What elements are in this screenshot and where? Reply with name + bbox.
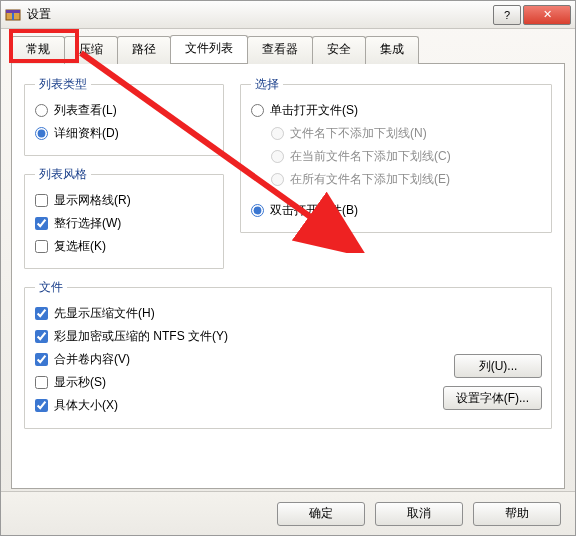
radio-underline-all: 在所有文件名下添加下划线(E) <box>271 168 541 191</box>
tab-compression[interactable]: 压缩 <box>64 36 118 64</box>
tab-general[interactable]: 常规 <box>11 36 65 64</box>
radio-double-click[interactable]: 双击打开文件(B) <box>251 199 541 222</box>
check-checkboxes[interactable]: 复选框(K) <box>35 235 213 258</box>
radio-single-click[interactable]: 单击打开文件(S) <box>251 99 541 122</box>
check-color-ntfs[interactable]: 彩显加密或压缩的 NTFS 文件(Y) <box>35 325 541 348</box>
titlebar: 设置 ? ✕ <box>1 1 575 29</box>
group-list-style-legend: 列表风格 <box>35 166 91 183</box>
tab-pane: 列表类型 列表查看(L) 详细资料(D) 列表风格 显示网格线(R) <box>11 63 565 489</box>
tab-filelist[interactable]: 文件列表 <box>170 35 248 63</box>
app-icon <box>5 7 21 23</box>
side-buttons: 列(U)... 设置字体(F)... <box>443 354 542 410</box>
help-icon: ? <box>504 9 510 21</box>
svg-rect-1 <box>6 10 20 13</box>
dialog-button-bar: 确定 取消 帮助 <box>1 491 575 535</box>
titlebar-help-button[interactable]: ? <box>493 5 521 25</box>
titlebar-close-button[interactable]: ✕ <box>523 5 571 25</box>
svg-rect-2 <box>12 13 14 20</box>
window-title: 设置 <box>27 6 51 23</box>
tab-paths[interactable]: 路径 <box>117 36 171 64</box>
group-selection: 选择 单击打开文件(S) 文件名下不添加下划线(N) 在当前文件名下添加下划线(… <box>240 76 552 233</box>
columns-button[interactable]: 列(U)... <box>454 354 542 378</box>
radio-underline-current: 在当前文件名下添加下划线(C) <box>271 145 541 168</box>
group-list-style: 列表风格 显示网格线(R) 整行选择(W) 复选框(K) <box>24 166 224 269</box>
tab-integration[interactable]: 集成 <box>365 36 419 64</box>
check-archives-first[interactable]: 先显示压缩文件(H) <box>35 302 541 325</box>
group-list-type: 列表类型 列表查看(L) 详细资料(D) <box>24 76 224 156</box>
radio-list-view[interactable]: 列表查看(L) <box>35 99 213 122</box>
cancel-button[interactable]: 取消 <box>375 502 463 526</box>
ok-button[interactable]: 确定 <box>277 502 365 526</box>
close-icon: ✕ <box>543 8 552 21</box>
tab-security[interactable]: 安全 <box>312 36 366 64</box>
group-files-legend: 文件 <box>35 279 67 296</box>
group-selection-legend: 选择 <box>251 76 283 93</box>
settings-window: 设置 ? ✕ 常规 压缩 路径 文件列表 查看器 安全 集成 列表类型 列表查看… <box>0 0 576 536</box>
check-gridlines[interactable]: 显示网格线(R) <box>35 189 213 212</box>
tab-viewer[interactable]: 查看器 <box>247 36 313 64</box>
group-list-type-legend: 列表类型 <box>35 76 91 93</box>
check-fullrow[interactable]: 整行选择(W) <box>35 212 213 235</box>
radio-details-view[interactable]: 详细资料(D) <box>35 122 213 145</box>
set-font-button[interactable]: 设置字体(F)... <box>443 386 542 410</box>
tabstrip: 常规 压缩 路径 文件列表 查看器 安全 集成 <box>1 29 575 63</box>
help-button[interactable]: 帮助 <box>473 502 561 526</box>
radio-underline-none: 文件名下不添加下划线(N) <box>271 122 541 145</box>
